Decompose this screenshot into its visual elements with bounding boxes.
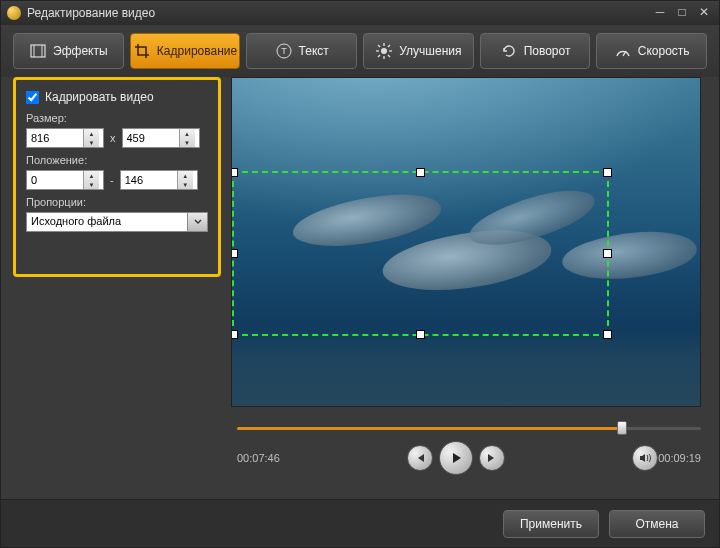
position-label: Положение: [26, 154, 208, 166]
tab-crop[interactable]: Кадрирование [130, 33, 241, 69]
tab-label: Поворот [524, 44, 571, 58]
width-spinner[interactable]: ▲▼ [26, 128, 104, 148]
tab-effects[interactable]: Эффекты [13, 33, 124, 69]
maximize-icon[interactable]: □ [673, 6, 691, 20]
tab-label: Текст [299, 44, 329, 58]
crop-handle-nw[interactable] [231, 168, 238, 177]
up-icon[interactable]: ▲ [84, 171, 99, 180]
rotate-icon [500, 42, 518, 60]
svg-line-13 [378, 55, 380, 57]
film-icon [29, 42, 47, 60]
play-button[interactable] [439, 441, 473, 475]
tab-label: Улучшения [399, 44, 461, 58]
next-button[interactable] [479, 445, 505, 471]
seek-slider[interactable] [237, 421, 701, 435]
dash-separator: - [110, 174, 114, 186]
body: Кадрировать видео Размер: ▲▼ x ▲▼ Положе… [1, 77, 719, 499]
chevron-down-icon[interactable] [188, 212, 208, 232]
down-icon[interactable]: ▼ [84, 180, 99, 189]
down-icon[interactable]: ▼ [180, 138, 195, 147]
apply-button[interactable]: Применить [503, 510, 599, 538]
posy-input[interactable] [121, 171, 177, 189]
svg-point-5 [381, 48, 387, 54]
height-spinner[interactable]: ▲▼ [122, 128, 200, 148]
time-row: 00:07:46 00:09:19 [231, 441, 707, 475]
tab-rotate[interactable]: Поворот [480, 33, 591, 69]
posx-input[interactable] [27, 171, 83, 189]
svg-line-11 [388, 55, 390, 57]
tab-enhance[interactable]: Улучшения [363, 33, 474, 69]
aspect-select[interactable]: Исходного файла [26, 212, 208, 232]
crop-handle-n[interactable] [416, 168, 425, 177]
crop-handle-w[interactable] [231, 249, 238, 258]
svg-line-12 [388, 45, 390, 47]
crop-checkbox[interactable] [26, 91, 39, 104]
seek-fill [237, 427, 622, 430]
prev-button[interactable] [407, 445, 433, 471]
footer: Применить Отмена [1, 499, 719, 547]
up-icon[interactable]: ▲ [180, 129, 195, 138]
tab-bar: Эффекты Кадрирование T Текст Улучшения П… [1, 25, 719, 77]
crop-handle-s[interactable] [416, 330, 425, 339]
size-row: ▲▼ x ▲▼ [26, 128, 208, 148]
crop-enable-label: Кадрировать видео [45, 90, 154, 104]
tab-label: Кадрирование [157, 44, 237, 58]
posy-spinner[interactable]: ▲▼ [120, 170, 198, 190]
posx-spinner[interactable]: ▲▼ [26, 170, 104, 190]
crop-icon [133, 42, 151, 60]
svg-text:T: T [281, 46, 287, 56]
tab-text[interactable]: T Текст [246, 33, 357, 69]
speed-icon [614, 42, 632, 60]
up-icon[interactable]: ▲ [178, 171, 193, 180]
close-icon[interactable]: ✕ [695, 6, 713, 20]
current-time: 00:07:46 [237, 452, 280, 464]
aspect-value: Исходного файла [26, 212, 188, 232]
svg-line-10 [378, 45, 380, 47]
svg-rect-0 [31, 45, 45, 57]
window-title: Редактирование видео [27, 6, 647, 20]
titlebar: Редактирование видео ─ □ ✕ [1, 1, 719, 25]
preview-column: 00:07:46 00:09:19 [231, 77, 707, 491]
tab-label: Скорость [638, 44, 690, 58]
crop-handle-sw[interactable] [231, 330, 238, 339]
app-icon [7, 6, 21, 20]
width-input[interactable] [27, 129, 83, 147]
crop-rectangle[interactable] [232, 171, 609, 336]
height-input[interactable] [123, 129, 179, 147]
cancel-button[interactable]: Отмена [609, 510, 705, 538]
crop-handle-e[interactable] [603, 249, 612, 258]
aspect-label: Пропорции: [26, 196, 208, 208]
tab-label: Эффекты [53, 44, 108, 58]
position-row: ▲▼ - ▲▼ [26, 170, 208, 190]
crop-panel: Кадрировать видео Размер: ▲▼ x ▲▼ Положе… [13, 77, 221, 277]
x-separator: x [110, 132, 116, 144]
down-icon[interactable]: ▼ [84, 138, 99, 147]
seabed [232, 326, 700, 406]
volume-button[interactable] [632, 445, 658, 471]
playback-controls [280, 441, 632, 475]
size-label: Размер: [26, 112, 208, 124]
sun-icon [375, 42, 393, 60]
up-icon[interactable]: ▲ [84, 129, 99, 138]
total-time: 00:09:19 [658, 452, 701, 464]
text-icon: T [275, 42, 293, 60]
video-edit-window: Редактирование видео ─ □ ✕ Эффекты Кадри… [0, 0, 720, 548]
crop-handle-ne[interactable] [603, 168, 612, 177]
down-icon[interactable]: ▼ [178, 180, 193, 189]
crop-handle-se[interactable] [603, 330, 612, 339]
seek-thumb[interactable] [617, 421, 627, 435]
left-column: Кадрировать видео Размер: ▲▼ x ▲▼ Положе… [13, 77, 221, 491]
minimize-icon[interactable]: ─ [651, 6, 669, 20]
tab-speed[interactable]: Скорость [596, 33, 707, 69]
crop-enable[interactable]: Кадрировать видео [26, 90, 208, 104]
video-preview[interactable] [231, 77, 701, 407]
